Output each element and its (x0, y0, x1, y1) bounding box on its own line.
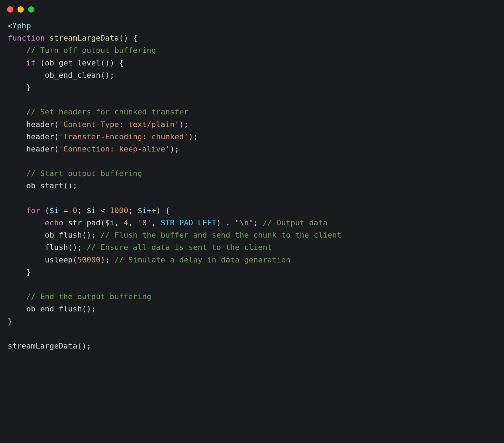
code-token: ob_end_clean(); (8, 71, 114, 79)
code-token: 'Transfer-Encoding: chunked' (59, 132, 189, 141)
code-token: $i (86, 206, 96, 215)
code-token: () { (119, 34, 138, 42)
code-token: streamLargeData (45, 34, 119, 42)
window-titlebar (0, 0, 504, 16)
code-token: ; (253, 218, 263, 227)
code-token: ); (179, 120, 189, 129)
code-token: str_pad( (63, 218, 105, 227)
code-token: ); (170, 145, 180, 153)
code-line: usleep(50000); // Simulate a delay in da… (8, 255, 290, 264)
code-line: ob_end_clean(); (8, 71, 114, 79)
code-token: header( (8, 145, 59, 153)
code-token: $i (105, 218, 114, 227)
code-window: <?php function streamLargeData() { // Tu… (0, 0, 504, 443)
code-token: ob_flush(); (8, 231, 100, 239)
code-token: flush(); (8, 243, 86, 252)
code-token: , (114, 218, 124, 227)
code-token: // Simulate a delay in data generation (114, 255, 290, 264)
code-token: } (8, 83, 31, 92)
code-token (8, 292, 26, 301)
code-line: streamLargeData(); (8, 342, 91, 350)
code-token: , (152, 218, 161, 227)
code-line: header('Transfer-Encoding: chunked'); (8, 132, 198, 141)
code-token: STR_PAD_LEFT (161, 218, 216, 227)
code-token: php (17, 21, 31, 30)
code-token: } (8, 317, 12, 326)
code-token: 0 (72, 206, 77, 215)
code-line: } (8, 317, 12, 326)
code-token: ob_start(); (8, 181, 77, 190)
code-line: if (ob_get_level()) { (8, 58, 124, 67)
code-token: function (8, 34, 45, 42)
code-line: echo str_pad($i, 4, '0', STR_PAD_LEFT) .… (8, 218, 328, 227)
code-token (8, 206, 26, 215)
code-token: header( (8, 120, 59, 129)
code-token: ) . (216, 218, 235, 227)
code-token: for (26, 206, 40, 215)
code-line: for ($i = 0; $i < 1000; $i++) { (8, 206, 170, 215)
code-token: // Set headers for chunked transfer (26, 107, 189, 116)
code-token: ( (40, 206, 50, 215)
maximize-icon[interactable] (28, 6, 34, 13)
code-line: header('Content-Type: text/plain'); (8, 120, 189, 129)
code-token (8, 107, 26, 116)
code-token: ; (128, 206, 138, 215)
code-token: < (96, 206, 110, 215)
code-token (8, 58, 26, 67)
code-block[interactable]: <?php function streamLargeData() { // Tu… (0, 16, 504, 360)
code-token: $i (49, 206, 59, 215)
code-line: flush(); // Ensure all data is sent to t… (8, 243, 272, 252)
code-token: <? (8, 21, 17, 30)
code-token: , (128, 218, 138, 227)
code-token: header( (8, 132, 59, 141)
code-line: function streamLargeData() { (8, 34, 138, 42)
code-token: ++) { (147, 206, 170, 215)
code-token (8, 46, 26, 55)
code-line: // Turn off output buffering (8, 46, 156, 55)
code-token: ob_end_flush(); (8, 304, 96, 313)
code-token: 50000 (77, 255, 100, 264)
code-token: (ob_get_level()) { (35, 58, 124, 67)
code-line: ob_flush(); // Flush the buffer and send… (8, 231, 342, 239)
code-token: 4 (124, 218, 128, 227)
code-token: echo (45, 218, 63, 227)
code-token: // Turn off output buffering (26, 46, 156, 55)
code-line: <?php (8, 21, 31, 30)
code-token: $i (138, 206, 147, 215)
code-token: ); (100, 255, 114, 264)
code-token: 1000 (110, 206, 128, 215)
code-line: ob_end_flush(); (8, 304, 96, 313)
code-line: // Set headers for chunked transfer (8, 107, 189, 116)
code-line: // Start output buffering (8, 169, 142, 178)
code-line: // End the output buffering (8, 292, 152, 301)
code-token: // Output data (263, 218, 328, 227)
code-line: } (8, 83, 31, 92)
code-token: '0' (138, 218, 152, 227)
code-token: 'Content-Type: text/plain' (59, 120, 179, 129)
code-token: // Start output buffering (26, 169, 142, 178)
code-token: // End the output buffering (26, 292, 152, 301)
code-token: 'Connection: keep-alive' (59, 145, 170, 153)
code-token: = (59, 206, 73, 215)
code-token: // Flush the buffer and send the chunk t… (100, 231, 342, 239)
code-line: ob_start(); (8, 181, 77, 190)
code-token: // Ensure all data is sent to the client (86, 243, 272, 252)
code-token: } (8, 268, 31, 276)
code-token: usleep( (8, 255, 77, 264)
code-token (8, 218, 45, 227)
close-icon[interactable] (7, 6, 13, 13)
code-line: header('Connection: keep-alive'); (8, 145, 179, 153)
code-line: } (8, 268, 31, 276)
minimize-icon[interactable] (18, 6, 24, 13)
code-token: streamLargeData(); (8, 342, 91, 350)
code-token: ; (77, 206, 87, 215)
code-token: if (26, 58, 36, 67)
code-token: ); (189, 132, 198, 141)
code-token: "\n" (235, 218, 253, 227)
code-token (8, 169, 26, 178)
